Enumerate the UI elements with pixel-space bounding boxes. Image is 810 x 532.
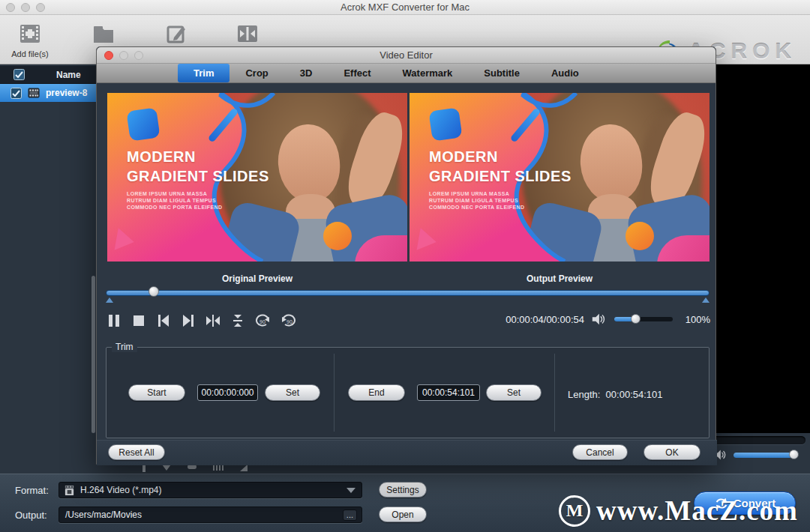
seek-track[interactable] [106, 290, 710, 296]
slide-body-2: RUTRUM DIAM LIGULA TEMPUS [127, 197, 269, 204]
format-label: Format: [15, 485, 49, 496]
filmstrip-plus-icon [17, 21, 43, 46]
end-time-field[interactable]: 00:00:54:101 [417, 384, 480, 401]
speaker-icon[interactable] [590, 312, 607, 327]
volume-handle[interactable] [631, 314, 640, 324]
length-value: 00:00:54:101 [606, 389, 663, 400]
slide-body-3: COMMODO NEC PORTA ELEIFEND [127, 204, 269, 211]
length-label: Length: [568, 389, 600, 400]
open-label: Open [392, 510, 413, 520]
main-seek-bar[interactable] [711, 436, 806, 444]
start-button[interactable]: Start [128, 384, 185, 401]
dialog-title: Video Editor [97, 49, 716, 61]
slide-title-1: MODERN [429, 147, 572, 166]
slide-title-1: MODERN [127, 147, 269, 166]
clipped-icon [162, 465, 171, 471]
name-column-header[interactable]: Name [56, 70, 81, 80]
previous-frame-button[interactable] [155, 312, 180, 329]
reset-all-button[interactable]: Reset All [108, 444, 165, 460]
file-name: preview-8 [46, 88, 87, 98]
format-video-icon [64, 485, 75, 496]
cancel-label: Cancel [586, 447, 614, 458]
edit-pencil-icon [164, 21, 189, 46]
set-label: Set [507, 387, 520, 398]
end-time-value: 00:00:54:101 [422, 387, 475, 398]
clipped-icon [213, 465, 224, 471]
seek-handle[interactable] [148, 286, 159, 297]
slide-body-2: RUTRUM DIAM LIGULA TEMPUS [429, 197, 572, 204]
main-volume-handle[interactable] [789, 450, 799, 459]
ok-label: OK [665, 447, 678, 458]
set-start-button[interactable]: Set [265, 384, 320, 401]
original-preview-label: Original Preview [107, 273, 407, 284]
end-label: End [368, 387, 384, 398]
pause-button[interactable] [106, 312, 130, 329]
slide-body-3: COMMODO NEC PORTA ELEIFEND [429, 204, 572, 211]
set-end-button[interactable]: Set [486, 384, 542, 401]
original-preview: MODERN GRADIENT SLIDES LOREM IPSUM URNA … [107, 93, 407, 262]
watermark-text: www.MacZ.com [596, 495, 798, 527]
main-titlebar: Acrok MXF Converter for Mac [0, 0, 810, 15]
tab-subtitle[interactable]: Subtitle [468, 64, 536, 82]
split-button[interactable] [218, 21, 278, 46]
clipped-icon [240, 465, 248, 471]
end-button[interactable]: End [348, 384, 405, 401]
video-editor-dialog: Video Editor Trim Crop 3D Effect Waterma… [96, 46, 716, 465]
set-label: Set [286, 387, 299, 398]
length-display: Length: 00:00:54:101 [568, 389, 663, 400]
split-icon [235, 21, 260, 46]
rotate-right-button[interactable]: 90 [279, 312, 304, 329]
output-preview-label: Output Preview [410, 273, 710, 284]
tab-3d[interactable]: 3D [284, 64, 328, 82]
open-button[interactable]: Open [379, 507, 427, 522]
output-path-field[interactable]: /Users/mac/Movies ... [58, 507, 362, 523]
settings-label: Settings [386, 485, 418, 495]
time-display: 00:00:04/00:00:54 [449, 314, 584, 325]
screen: Acrok MXF Converter for Mac Add file(s) … [0, 0, 810, 532]
tab-audio[interactable]: Audio [536, 64, 595, 82]
seek-end-tick [702, 297, 710, 303]
tab-crop[interactable]: Crop [230, 64, 284, 82]
slide-artwork: MODERN GRADIENT SLIDES LOREM IPSUM URNA … [107, 93, 407, 262]
slide-body-1: LOREM IPSUM URNA MASSA [429, 190, 572, 197]
filelist-scrollbar[interactable] [92, 276, 95, 433]
flip-vertical-button[interactable] [230, 312, 254, 329]
select-all-checkbox[interactable] [14, 69, 25, 80]
slide-body-1: LOREM IPSUM URNA MASSA [127, 190, 269, 197]
watermark: M www.MacZ.com [559, 495, 798, 527]
format-value: H.264 Video (*.mp4) [80, 485, 162, 495]
format-dropdown[interactable]: H.264 Video (*.mp4) [58, 482, 362, 498]
main-video-preview [716, 64, 810, 433]
clipped-icon [142, 465, 146, 472]
trim-group-label: Trim [112, 342, 137, 352]
slide-title-2: GRADIENT SLIDES [127, 166, 269, 186]
rotate-left-button[interactable]: 90 [254, 312, 279, 329]
cancel-button[interactable]: Cancel [572, 444, 628, 460]
tab-trim[interactable]: Trim [178, 64, 230, 82]
volume-percent: 100% [674, 314, 710, 325]
edit-button[interactable] [146, 21, 206, 46]
tab-watermark[interactable]: Watermark [387, 64, 469, 82]
seek-start-tick [106, 297, 113, 303]
tab-effect[interactable]: Effect [328, 64, 386, 82]
output-label: Output: [15, 510, 47, 521]
output-path-value: /Users/mac/Movies [65, 510, 142, 520]
start-time-value: 00:00:00:000 [201, 387, 254, 398]
row-checkbox[interactable] [10, 88, 22, 99]
macz-m: M [566, 501, 584, 521]
flip-horizontal-button[interactable] [205, 312, 230, 329]
dialog-titlebar[interactable]: Video Editor [97, 47, 716, 64]
start-time-field[interactable]: 00:00:00:000 [197, 384, 258, 401]
ok-button[interactable]: OK [644, 444, 700, 460]
svg-text:90: 90 [286, 319, 292, 324]
reset-all-label: Reset All [118, 447, 154, 458]
next-frame-button[interactable] [180, 312, 205, 329]
add-files-button[interactable]: Add file(s) [0, 21, 60, 58]
slide-title-2: GRADIENT SLIDES [429, 166, 572, 186]
window-title: Acrok MXF Converter for Mac [0, 1, 810, 13]
stop-button[interactable] [130, 312, 155, 329]
slide-artwork: MODERN GRADIENT SLIDES LOREM IPSUM URNA … [410, 93, 710, 262]
settings-button[interactable]: Settings [379, 482, 427, 498]
browse-button[interactable]: ... [343, 510, 357, 521]
add-files-label: Add file(s) [0, 49, 60, 58]
